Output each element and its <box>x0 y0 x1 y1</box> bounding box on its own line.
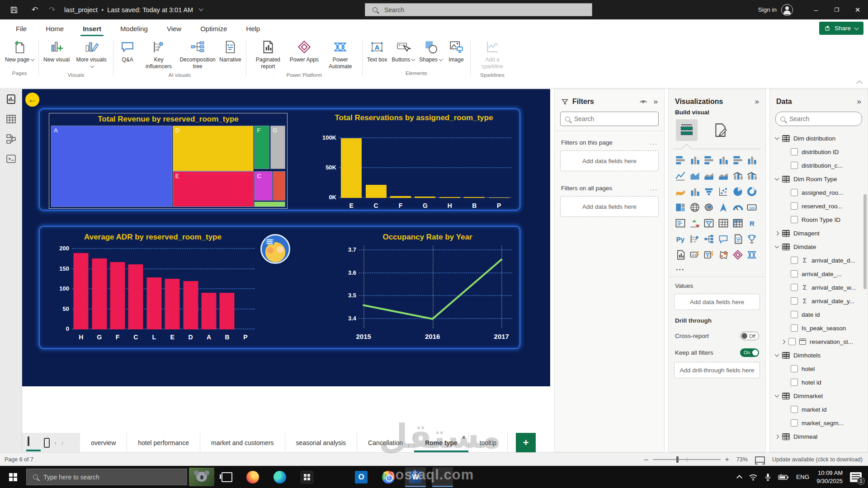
data-table-dimmarket[interactable]: Dimmarket <box>770 389 868 403</box>
bar-P[interactable]: P <box>487 131 511 198</box>
map-icon[interactable] <box>689 201 701 214</box>
bar-B[interactable]: B <box>218 247 236 329</box>
page-tab-market-and-customers[interactable]: market and customers <box>200 433 285 452</box>
decomposition-tree-icon[interactable] <box>703 233 715 245</box>
waterfall-chart-icon[interactable] <box>689 185 701 198</box>
report-canvas[interactable]: ← Total Revenue by reserved_room_type AD… <box>22 89 550 386</box>
taskbar-app-word[interactable]: W <box>405 467 426 487</box>
zoom-in-button[interactable]: + <box>725 455 729 464</box>
ribbon-tab-optimize[interactable]: Optimize <box>191 21 236 36</box>
rail-model-view[interactable] <box>0 129 22 149</box>
zoom-slider[interactable] <box>653 459 721 460</box>
task-view-icon[interactable] <box>222 472 232 482</box>
100-stacked-area-chart-icon[interactable] <box>717 169 730 182</box>
share-button[interactable]: Share <box>819 22 863 35</box>
pie-chart-icon[interactable] <box>731 185 744 198</box>
language-indicator[interactable]: ENG <box>796 474 809 480</box>
drill-through-field-well[interactable]: Add drill-through fields here <box>674 362 760 378</box>
filters-search-input[interactable]: Search <box>560 112 659 126</box>
data-table-dimhotels[interactable]: Dimhotels <box>770 348 868 362</box>
collapse-data-icon[interactable]: » <box>857 97 861 106</box>
data-field-date-id[interactable]: date id <box>770 308 868 321</box>
bottom-visual-container[interactable]: Average ADR by reserved_room_type2001501… <box>39 226 520 349</box>
filled-map-icon[interactable] <box>703 201 715 214</box>
ribbon-button-narrative[interactable]: Narrative <box>217 38 244 64</box>
filters-field-well[interactable]: Add data fields here <box>560 150 659 171</box>
bar-H[interactable]: H <box>438 131 462 198</box>
filters-field-well[interactable]: Add data fields here <box>560 196 659 217</box>
ribbon-tab-modeling[interactable]: Modeling <box>111 21 157 36</box>
collapse-filters-icon[interactable]: » <box>654 97 658 106</box>
ribbon-button-key-influencers[interactable]: Key influencers <box>139 38 178 71</box>
account-avatar-icon[interactable] <box>781 4 793 16</box>
100-stacked-column-chart-icon[interactable] <box>745 154 758 166</box>
close-tab-icon[interactable]: x <box>462 434 465 440</box>
close-button[interactable]: ✕ <box>847 0 868 19</box>
slicer-icon[interactable] <box>703 217 715 230</box>
page-tab-tooltip[interactable]: tooltip <box>469 433 508 452</box>
ribbon-tab-insert[interactable]: Insert <box>73 21 111 36</box>
stacked-area-chart-icon[interactable] <box>703 169 715 182</box>
key-influencers-icon[interactable] <box>689 233 701 245</box>
next-page-icon[interactable]: › <box>61 439 63 447</box>
area-chart-icon[interactable] <box>689 169 701 182</box>
matrix-icon[interactable] <box>731 217 744 230</box>
data-scrollbar[interactable] <box>863 194 867 289</box>
taskbar-app-file-explorer[interactable] <box>324 467 344 487</box>
page-tab-overview[interactable]: overview <box>80 433 127 452</box>
undo-icon[interactable]: ↶ <box>27 4 42 16</box>
ribbon-button-image[interactable]: Image <box>444 38 468 64</box>
treemap-block-f[interactable]: F <box>255 126 269 169</box>
line-and-clustered-column-chart-icon[interactable] <box>745 169 758 182</box>
collapse-icon[interactable] <box>775 244 779 249</box>
r-script-visual-icon[interactable]: R <box>745 217 758 230</box>
occupancy-line-chart[interactable]: Occupancy Rate by Year3.73.63.53.4201520… <box>338 231 517 345</box>
collapse-icon[interactable] <box>775 393 779 398</box>
page-tab-hotel-performance[interactable]: hotel performance <box>127 433 200 452</box>
zoom-out-button[interactable]: – <box>644 455 648 464</box>
taskbar-search-input[interactable]: Type here to search <box>26 469 187 485</box>
prev-page-icon[interactable]: ‹ <box>54 439 57 447</box>
ribbon-button-q-a[interactable]: Q&A <box>116 38 139 64</box>
data-field-assigned-roo[interactable]: assigned_roo... <box>770 186 868 199</box>
field-checkbox[interactable] <box>791 270 798 277</box>
ribbon-button-new-page[interactable]: New page <box>3 38 36 64</box>
treemap-block-e[interactable]: E <box>173 172 254 206</box>
expand-icon[interactable] <box>775 434 779 439</box>
bar-A[interactable]: A <box>200 247 218 329</box>
ribbon-button-paginated-report[interactable]: Paginated report <box>249 38 288 71</box>
line-chart-icon[interactable] <box>674 169 687 182</box>
values-field-well[interactable]: Add data fields here <box>674 294 760 310</box>
data-field-market-segm[interactable]: market_segm... <box>770 416 868 430</box>
stacked-column-chart-icon[interactable] <box>689 154 701 166</box>
sign-in-button[interactable]: Sign in <box>758 6 777 13</box>
koala-picture[interactable] <box>189 468 214 486</box>
data-field-arrival-date[interactable]: arrival_date_... <box>770 267 868 281</box>
ribbon-button-more-visuals[interactable]: More visuals <box>72 38 111 71</box>
rail-report-view-active[interactable] <box>0 89 22 109</box>
q-and-a-icon[interactable] <box>717 233 730 245</box>
taskbar-app-power-bi[interactable] <box>432 467 453 487</box>
taskbar-app-outlook[interactable] <box>351 467 372 487</box>
power-automate-icon[interactable] <box>745 249 758 261</box>
clustered-bar-chart-icon[interactable] <box>703 154 715 166</box>
reservations-bar-chart[interactable]: Total Reservations by assigned_room_type… <box>311 112 517 209</box>
power-apps-icon[interactable] <box>731 249 744 261</box>
title-caret-icon[interactable] <box>199 7 203 11</box>
funnel-chart-icon[interactable] <box>703 185 715 198</box>
field-checkbox[interactable] <box>791 284 798 291</box>
gauge-icon[interactable] <box>731 201 744 214</box>
bar-F[interactable]: F <box>388 131 413 198</box>
section-more-options[interactable]: ... <box>650 185 658 192</box>
ribbon-tab-home[interactable]: Home <box>36 21 73 36</box>
data-field-distribution-id[interactable]: distribution ID <box>770 145 868 159</box>
field-checkbox[interactable] <box>791 311 798 318</box>
build-visual-mode-icon[interactable] <box>676 119 698 141</box>
microphone-icon[interactable] <box>765 473 771 481</box>
field-checkbox[interactable] <box>791 202 798 210</box>
collapse-visualizations-icon[interactable]: » <box>755 97 759 106</box>
100-stacked-bar-chart-icon[interactable] <box>731 154 744 166</box>
ribbon-button-buttons[interactable]: Buttons <box>390 38 417 64</box>
data-field-is-peak-season[interactable]: Is_peak_season <box>770 321 868 335</box>
bar-B[interactable]: B <box>462 131 486 198</box>
